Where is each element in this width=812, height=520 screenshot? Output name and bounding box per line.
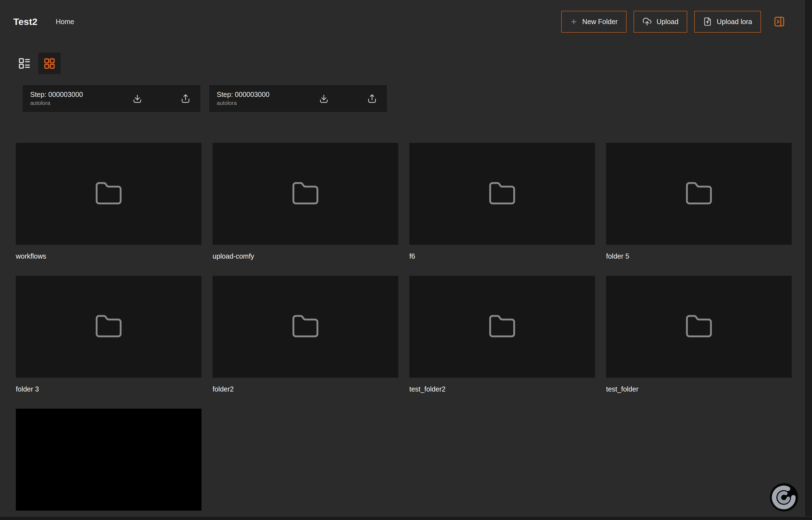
- file-up-icon: [703, 17, 712, 26]
- upload-button[interactable]: Upload: [634, 11, 687, 33]
- upload-lora-button[interactable]: Upload lora: [694, 11, 761, 33]
- media-card[interactable]: [16, 409, 201, 511]
- folder-thumbnail: [606, 276, 792, 378]
- folder-card[interactable]: upload-comfy: [213, 143, 398, 260]
- folder-grid: workflows upload-comfy f6 folder 5 folde: [16, 143, 812, 520]
- folder-icon: [291, 312, 320, 341]
- folder-card[interactable]: folder 3: [16, 276, 201, 393]
- folder-card[interactable]: f6: [409, 143, 595, 260]
- folder-icon: [488, 179, 517, 208]
- grid-view-icon: [43, 57, 56, 70]
- upload-lora-label: Upload lora: [717, 18, 752, 26]
- plus-icon: [570, 18, 577, 25]
- folder-thumbnail: [606, 143, 792, 245]
- folder-icon: [488, 312, 517, 341]
- folder-icon: [291, 179, 320, 208]
- folder-icon: [94, 179, 123, 208]
- folder-card[interactable]: folder2: [213, 276, 398, 393]
- breadcrumb[interactable]: Home: [56, 18, 74, 26]
- folder-name: folder 3: [16, 385, 201, 393]
- checkpoint-step-label: Step: 000003000: [30, 90, 201, 99]
- share-icon: [367, 93, 377, 104]
- brand-logo[interactable]: [770, 483, 798, 512]
- folder-name: upload-comfy: [213, 252, 398, 260]
- folder-name: folder 5: [606, 252, 792, 260]
- checkpoint-source: autolora: [217, 100, 387, 106]
- bottom-edge-bar: [0, 516, 812, 520]
- folder-thumbnail: [409, 143, 595, 245]
- file-manager-app: Test2 Home New Folder Upload Upload: [0, 0, 812, 520]
- cloud-upload-icon: [642, 17, 652, 26]
- share-button[interactable]: [367, 93, 377, 104]
- folder-icon: [94, 312, 123, 341]
- checkpoint-card[interactable]: Step: 000003000 autolora: [22, 84, 201, 112]
- scrollbar-track[interactable]: [805, 0, 812, 520]
- grid-view-button[interactable]: [38, 53, 61, 74]
- folder-thumbnail: [213, 143, 398, 245]
- panel-toggle-button[interactable]: [773, 16, 785, 27]
- view-toggle: [18, 53, 812, 74]
- folder-name: test_folder: [606, 385, 792, 393]
- download-button[interactable]: [132, 93, 143, 104]
- folder-icon: [685, 312, 713, 341]
- share-icon: [180, 93, 191, 104]
- share-button[interactable]: [180, 93, 191, 104]
- list-view-button[interactable]: [18, 57, 31, 70]
- spiral-logo-icon: [770, 483, 798, 512]
- folder-name: folder2: [213, 385, 398, 393]
- checkpoint-step-label: Step: 000003000: [217, 90, 387, 99]
- checkpoint-source: autolora: [30, 100, 201, 106]
- header-actions: New Folder Upload Upload lora: [561, 11, 785, 33]
- folder-card[interactable]: folder 5: [606, 143, 792, 260]
- checkpoint-row: Step: 000003000 autolora Step: 000003000…: [22, 84, 812, 112]
- folder-name: workflows: [16, 252, 201, 260]
- new-folder-label: New Folder: [582, 18, 618, 26]
- download-icon: [319, 93, 329, 104]
- folder-thumbnail: [16, 276, 201, 378]
- new-folder-button[interactable]: New Folder: [561, 11, 626, 33]
- folder-card[interactable]: test_folder: [606, 276, 792, 393]
- image-thumbnail: [16, 409, 201, 511]
- page-title: Test2: [13, 16, 38, 27]
- list-view-icon: [18, 57, 31, 70]
- folder-thumbnail: [16, 143, 201, 245]
- folder-icon: [685, 179, 713, 208]
- folder-card[interactable]: workflows: [16, 143, 201, 260]
- checkpoint-card[interactable]: Step: 000003000 autolora: [209, 84, 388, 112]
- upload-label: Upload: [657, 18, 679, 26]
- download-icon: [132, 93, 143, 104]
- panel-right-icon: [773, 16, 785, 27]
- folder-thumbnail: [213, 276, 398, 378]
- title-group: Test2 Home: [13, 16, 74, 27]
- top-bar: Test2 Home New Folder Upload Upload: [0, 0, 812, 33]
- folder-card[interactable]: test_folder2: [409, 276, 595, 393]
- folder-name: test_folder2: [409, 385, 595, 393]
- folder-thumbnail: [409, 276, 595, 378]
- folder-name: f6: [409, 252, 595, 260]
- download-button[interactable]: [319, 93, 329, 104]
